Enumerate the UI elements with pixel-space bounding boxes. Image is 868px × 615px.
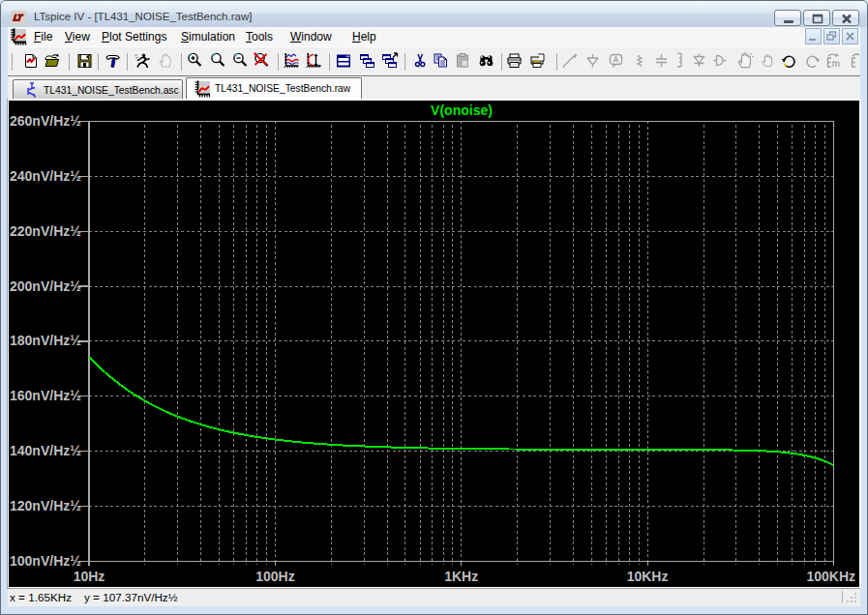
svg-text:1KHz: 1KHz [444,569,478,584]
svg-text:100KHz: 100KHz [806,569,855,584]
svg-text:100nV/Hz½: 100nV/Hz½ [10,553,81,569]
svg-text:120nV/Hz½: 120nV/Hz½ [10,498,81,513]
svg-text:240nV/Hz½: 240nV/Hz½ [10,168,81,184]
svg-text:260nV/Hz½: 260nV/Hz½ [10,113,81,129]
svg-text:10KHz: 10KHz [627,569,669,584]
svg-text:10Hz: 10Hz [74,569,105,584]
svg-text:180nV/Hz½: 180nV/Hz½ [10,333,81,348]
svg-text:100Hz: 100Hz [255,569,294,584]
svg-text:220nV/Hz½: 220nV/Hz½ [10,223,81,239]
svg-text:200nV/Hz½: 200nV/Hz½ [10,278,81,294]
svg-text:160nV/Hz½: 160nV/Hz½ [10,388,81,403]
svg-text:V(onoise): V(onoise) [431,102,493,118]
svg-text:140nV/Hz½: 140nV/Hz½ [10,443,81,458]
